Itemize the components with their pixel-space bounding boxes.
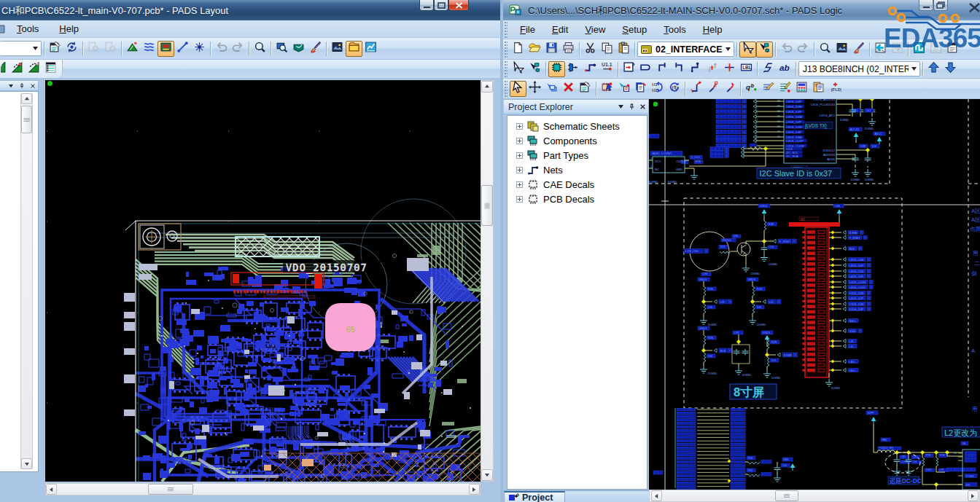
combobox-arrow-icon[interactable] (909, 62, 919, 76)
logic-hscrollbar[interactable] (649, 490, 980, 502)
highlight-button[interactable] (191, 41, 208, 57)
close-button[interactable] (448, 0, 469, 11)
layout-link-button[interactable] (911, 42, 928, 58)
redraw-view-button[interactable] (307, 41, 324, 57)
layout-vscroll-down-icon[interactable] (481, 469, 493, 481)
selection-filter-button[interactable] (739, 42, 756, 58)
part-combobox[interactable]: J13 BOE8INCH (02_INTER (798, 61, 920, 77)
route-length-button[interactable] (9, 61, 26, 77)
new-button[interactable] (510, 42, 526, 58)
toolbar-grip[interactable] (505, 42, 508, 58)
paste-gate-button[interactable] (632, 81, 649, 97)
layout-hscroll-right-icon[interactable] (469, 484, 480, 495)
dock-menu-icon[interactable] (5, 81, 16, 91)
select-parts-button[interactable] (526, 61, 543, 77)
add-net-button[interactable] (582, 61, 599, 77)
move-button[interactable] (526, 81, 543, 97)
props-sheet-button[interactable] (944, 42, 961, 58)
add-label-button[interactable]: LBL (738, 61, 755, 77)
pads-layout-titlebar[interactable]: CH和PCB\C6522-lt_main-V0-707.pcb* - PADS … (0, 0, 500, 20)
swap-ref-button[interactable]: U1U2 (649, 81, 666, 97)
expand-plus-icon[interactable] (516, 181, 523, 188)
net-off2-button[interactable] (671, 61, 688, 77)
explorer-pin-icon[interactable] (626, 102, 637, 112)
redraw-button[interactable] (63, 41, 80, 57)
back-button[interactable] (872, 42, 889, 58)
menu-tools[interactable]: Tools (12, 21, 44, 36)
pin-edit-button[interactable] (688, 81, 704, 97)
minimize-button[interactable] (919, 0, 933, 11)
zoom-button[interactable] (252, 41, 268, 57)
screen-note-text[interactable]: 8寸屏 (734, 385, 764, 399)
forward-button[interactable] (889, 42, 906, 58)
logic-hscroll-thumb[interactable] (775, 490, 798, 501)
expand-plus-icon[interactable] (516, 138, 523, 144)
board-view-button[interactable] (833, 42, 850, 58)
sheet-combobox[interactable]: 02_INTERFACE (637, 42, 734, 57)
edit-attrs-button[interactable] (760, 81, 777, 97)
move-down-button[interactable] (942, 61, 959, 77)
copy-gate-button[interactable] (615, 81, 632, 97)
rotate-button[interactable]: (↻ (666, 81, 682, 97)
project-explorer-header[interactable]: Project Explorer (504, 99, 649, 114)
add-text-button[interactable]: ab (777, 61, 793, 77)
tree-item-pcb-decals[interactable]: PCB Decals (508, 192, 647, 206)
explorer-close-icon[interactable] (637, 102, 648, 112)
redo-button[interactable] (795, 42, 812, 58)
layout-vscroll-up-icon[interactable] (481, 81, 493, 93)
add-connector-button[interactable] (637, 61, 654, 77)
pads-logic-titlebar[interactable]: C:\Users\...\SCH和PCB\C6522-lt-MAIN-SCH-V… (503, 0, 980, 20)
route-sketch-button[interactable] (26, 61, 42, 77)
sheet-colors-button[interactable] (810, 81, 827, 97)
tree-item-nets[interactable]: Nets (508, 162, 647, 177)
tree-item-part-types[interactable]: Part Types (508, 148, 647, 162)
dock-scrollbar[interactable] (20, 93, 33, 469)
save-button[interactable] (543, 42, 560, 58)
logic-hscroll-right-icon[interactable] (968, 490, 979, 501)
project-explorer-tree[interactable]: Schematic SheetsComponentsPart TypesNets… (507, 115, 648, 490)
duplicate-button[interactable] (543, 81, 560, 97)
logic-canvas[interactable]: .w{stroke:#d6d68a;fill:none;stroke-width… (649, 99, 980, 490)
layout-hscroll-thumb[interactable] (148, 484, 193, 495)
new-field-button[interactable]: (FLD) (827, 81, 844, 97)
menu-help[interactable]: Help (54, 21, 84, 36)
dock-close-icon[interactable] (27, 81, 38, 91)
layout-hscrollbar[interactable] (45, 483, 481, 495)
expand-plus-icon[interactable] (516, 167, 523, 173)
route-cut-button[interactable] (0, 61, 9, 77)
expand-plus-icon[interactable] (516, 152, 523, 159)
brush-button[interactable] (850, 42, 867, 58)
draw-polyline-button[interactable] (760, 61, 777, 77)
undo-button[interactable] (778, 42, 795, 58)
explorer-menu-icon[interactable] (615, 102, 626, 112)
combobox-arrow-icon[interactable] (30, 42, 41, 55)
project-folder-button[interactable] (346, 41, 362, 57)
properties-button[interactable] (47, 41, 63, 57)
pour-manager-button[interactable] (85, 41, 102, 57)
paste-button[interactable] (615, 42, 632, 58)
restore-button[interactable] (933, 0, 948, 11)
net-off-button[interactable] (654, 61, 671, 77)
cut-button[interactable] (582, 42, 599, 58)
board-button[interactable] (158, 41, 174, 57)
menu-edit[interactable]: Edit (547, 22, 573, 37)
pin-swap-button[interactable] (721, 81, 738, 97)
layout-dock-body[interactable] (0, 91, 39, 472)
photoview-button[interactable] (329, 41, 346, 57)
select-button[interactable] (510, 81, 526, 97)
attr-manager-button[interactable] (793, 81, 810, 97)
dock-pin-icon[interactable] (16, 81, 27, 91)
select-gates-button[interactable] (510, 61, 526, 77)
dcdc-note-text[interactable]: 迟延DC-DC (889, 477, 922, 485)
add-part-button[interactable] (548, 61, 565, 77)
split-net-button[interactable] (704, 61, 721, 77)
pan-button[interactable] (290, 41, 307, 57)
drafting-button[interactable] (102, 41, 119, 57)
toolbar-grip[interactable] (505, 81, 508, 97)
query-attrs-button[interactable]: qb (743, 81, 760, 97)
layout-canvas[interactable]: VDO_2015070765 (45, 80, 481, 482)
tree-item-cae-decals[interactable]: CAE Decals (508, 177, 647, 192)
add-ref-button[interactable]: U1.1 (599, 61, 615, 77)
menu-file[interactable]: File (515, 22, 540, 37)
menu-tools[interactable]: Tools (658, 22, 691, 37)
